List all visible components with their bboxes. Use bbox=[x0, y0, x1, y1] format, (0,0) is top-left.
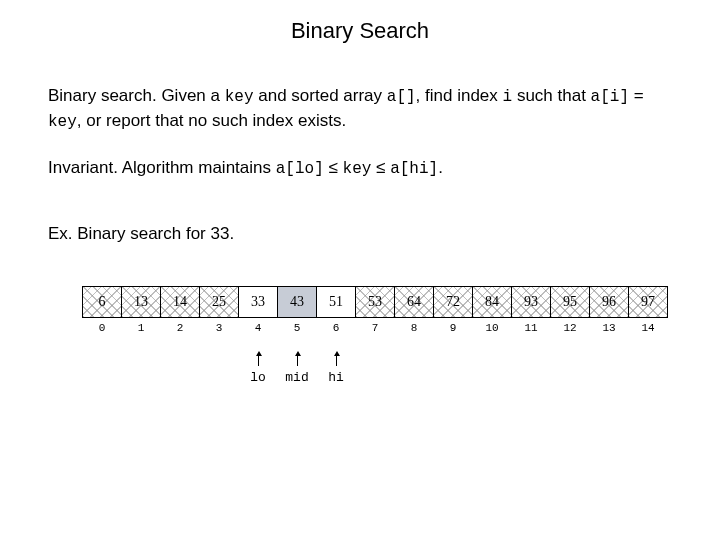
array-cell: 93 bbox=[511, 286, 551, 318]
array-cell: 25 bbox=[199, 286, 239, 318]
array-value-row: 61314253343515364728493959697 bbox=[82, 286, 682, 318]
array-cell: 72 bbox=[433, 286, 473, 318]
array-index: 7 bbox=[355, 322, 395, 334]
pointer-label: mid bbox=[285, 370, 308, 385]
array-pointer-slot bbox=[550, 354, 590, 385]
array-index: 10 bbox=[472, 322, 512, 334]
array-pointer-slot bbox=[121, 354, 161, 385]
code-ahi: a[hi] bbox=[390, 160, 438, 178]
array-index: 0 bbox=[82, 322, 122, 334]
array-index: 12 bbox=[550, 322, 590, 334]
array-pointer-slot: hi bbox=[316, 354, 356, 385]
array-pointer-slot bbox=[589, 354, 629, 385]
array-pointer-slot: mid bbox=[277, 354, 317, 385]
array-index: 8 bbox=[394, 322, 434, 334]
array-index: 1 bbox=[121, 322, 161, 334]
array-cell: 95 bbox=[550, 286, 590, 318]
array-cell: 13 bbox=[121, 286, 161, 318]
array-pointer-slot: lo bbox=[238, 354, 278, 385]
invariant-paragraph: Invariant. Algorithm maintains a[lo] ≤ k… bbox=[48, 156, 672, 181]
definition-paragraph: Binary search. Given a key and sorted ar… bbox=[48, 84, 672, 134]
code-ai: a[i] bbox=[591, 88, 629, 106]
slide: Binary Search Binary search. Given a key… bbox=[0, 0, 720, 540]
array-pointer-slot bbox=[199, 354, 239, 385]
array-index: 2 bbox=[160, 322, 200, 334]
lead-label: Invariant. bbox=[48, 158, 118, 177]
array-index: 9 bbox=[433, 322, 473, 334]
array-pointer-slot bbox=[472, 354, 512, 385]
code-array: a[] bbox=[387, 88, 416, 106]
code-key2: key bbox=[48, 113, 77, 131]
array-cell: 97 bbox=[628, 286, 668, 318]
code-key: key bbox=[225, 88, 254, 106]
array-index: 11 bbox=[511, 322, 551, 334]
arrow-up-icon bbox=[297, 354, 298, 366]
array-pointer-slot bbox=[511, 354, 551, 385]
array-pointer-slot bbox=[433, 354, 473, 385]
array-cell: 14 bbox=[160, 286, 200, 318]
code-alo: a[lo] bbox=[276, 160, 324, 178]
array-pointer-slot bbox=[82, 354, 122, 385]
array-cell: 64 bbox=[394, 286, 434, 318]
array-pointer-row: lomidhi bbox=[82, 354, 682, 385]
array-pointer-slot bbox=[355, 354, 395, 385]
array-cell: 33 bbox=[238, 286, 278, 318]
lead-label: Binary search. bbox=[48, 86, 157, 105]
array-index: 14 bbox=[628, 322, 668, 334]
array-index: 13 bbox=[589, 322, 629, 334]
array-index: 3 bbox=[199, 322, 239, 334]
array-cell: 6 bbox=[82, 286, 122, 318]
code-i: i bbox=[503, 88, 513, 106]
pointer-label: hi bbox=[328, 370, 344, 385]
array-index: 4 bbox=[238, 322, 278, 334]
example-paragraph: Ex. Binary search for 33. bbox=[48, 222, 672, 247]
pointer-label: lo bbox=[250, 370, 266, 385]
array-cell: 51 bbox=[316, 286, 356, 318]
array-pointer-slot bbox=[628, 354, 668, 385]
array-cell: 84 bbox=[472, 286, 512, 318]
arrow-up-icon bbox=[336, 354, 337, 366]
arrow-up-icon bbox=[258, 354, 259, 366]
array-pointer-slot bbox=[160, 354, 200, 385]
slide-title: Binary Search bbox=[48, 18, 672, 44]
array-cell: 96 bbox=[589, 286, 629, 318]
array-index: 6 bbox=[316, 322, 356, 334]
code-key3: key bbox=[343, 160, 372, 178]
array-cell: 53 bbox=[355, 286, 395, 318]
array-diagram: 61314253343515364728493959697 0123456789… bbox=[82, 286, 682, 385]
array-pointer-slot bbox=[394, 354, 434, 385]
array-cell: 43 bbox=[277, 286, 317, 318]
array-index: 5 bbox=[277, 322, 317, 334]
array-index-row: 01234567891011121314 bbox=[82, 322, 682, 334]
lead-label: Ex. bbox=[48, 224, 73, 243]
